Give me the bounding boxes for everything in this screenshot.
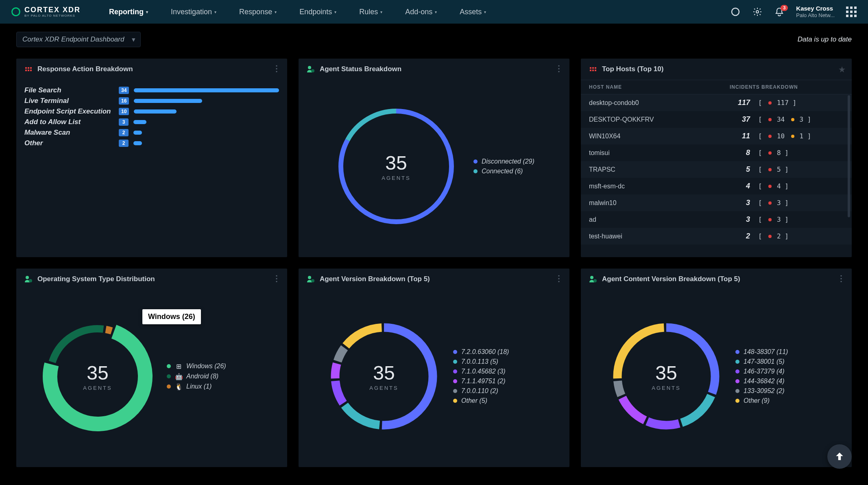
- host-row[interactable]: malwin103[ 3 ]: [581, 194, 852, 211]
- dashboard-selector[interactable]: Cortex XDR Endpoint Dashboard: [16, 32, 141, 47]
- agent-status-donut[interactable]: 35 AGENTS: [327, 97, 465, 236]
- host-breakdown: [ 34 3 ]: [758, 116, 844, 123]
- agent-icon: [307, 65, 315, 73]
- legend-item[interactable]: 🐧Linux (1): [167, 383, 226, 391]
- panel-menu-icon[interactable]: ⋮: [273, 64, 281, 72]
- nav-add-ons[interactable]: Add-ons▾: [405, 8, 437, 16]
- help-icon[interactable]: [730, 7, 741, 17]
- host-row[interactable]: DESKTOP-QOKKFRV37[ 34 3 ]: [581, 111, 852, 128]
- brand-logo[interactable]: CORTEX XDR BY PALO ALTO NETWORKS: [11, 6, 81, 17]
- legend-item[interactable]: 148-38307 (11): [735, 348, 788, 356]
- host-row[interactable]: ad3[ 3 ]: [581, 211, 852, 228]
- bar-row[interactable]: File Search34: [24, 86, 279, 94]
- legend-label: Windows (26): [186, 363, 226, 370]
- host-row[interactable]: tomisui8[ 8 ]: [581, 144, 852, 161]
- hosts-table-body[interactable]: desktop-condob0117[ 117 ]DESKTOP-QOKKFRV…: [581, 94, 852, 245]
- host-name: WIN10X64: [589, 133, 730, 140]
- favorite-icon[interactable]: ★: [839, 65, 845, 74]
- legend-item[interactable]: 7.1.0.45682 (3): [453, 368, 509, 375]
- svg-point-3: [311, 69, 314, 72]
- panel-menu-icon[interactable]: ⋮: [555, 274, 563, 282]
- sub-header: Cortex XDR Endpoint Dashboard Data is up…: [0, 24, 868, 50]
- hosts-icon: [589, 65, 597, 73]
- nav-assets[interactable]: Assets▾: [460, 8, 486, 16]
- legend-item[interactable]: 7.1.1.49751 (2): [453, 378, 509, 385]
- legend-item[interactable]: 133-30952 (2): [735, 387, 788, 395]
- host-row[interactable]: desktop-condob0117[ 117 ]: [581, 94, 852, 111]
- host-row[interactable]: msft-esm-dc4[ 4 ]: [581, 178, 852, 194]
- panel-menu-icon[interactable]: ⋮: [837, 274, 845, 282]
- legend-dot-icon: [167, 364, 171, 368]
- panel-content-version: Agent Content Version Breakdown (Top 5) …: [581, 269, 852, 467]
- bar-value: 2: [119, 129, 129, 136]
- legend-label: 7.1.1.49751 (2): [461, 378, 506, 385]
- bar-label: Other: [24, 139, 114, 147]
- chevron-down-icon: ▾: [275, 10, 277, 14]
- nav-reporting[interactable]: Reporting▾: [109, 8, 148, 16]
- host-row[interactable]: TRAPSC5[ 5 ]: [581, 161, 852, 178]
- nav-response[interactable]: Response▾: [239, 8, 277, 16]
- main-nav: Reporting▾Investigation▾Response▾Endpoin…: [109, 8, 726, 16]
- os-donut[interactable]: 35 AGENTS: [37, 315, 159, 437]
- bar-track: [133, 131, 279, 135]
- legend-item[interactable]: Connected (6): [473, 168, 534, 175]
- nav-endpoints[interactable]: Endpoints▾: [299, 8, 336, 16]
- legend-dot-icon: [735, 399, 739, 403]
- legend-label: Connected (6): [482, 168, 523, 175]
- hosts-table-header: HOST NAME INCIDENTS BREAKDOWN: [581, 80, 852, 94]
- legend-dot-icon: [453, 379, 457, 383]
- os-icon: ⊞: [175, 363, 182, 370]
- chevron-down-icon: ▾: [484, 10, 486, 14]
- legend-item[interactable]: ⊞Windows (26): [167, 363, 226, 370]
- scroll-top-fab[interactable]: [827, 444, 852, 469]
- legend-item[interactable]: Other (5): [453, 397, 509, 404]
- host-breakdown: [ 117 ]: [758, 99, 844, 107]
- bar-row[interactable]: Add to Allow List3: [24, 118, 279, 126]
- nav-investigation[interactable]: Investigation▾: [171, 8, 216, 16]
- bar-row[interactable]: Live Terminal16: [24, 97, 279, 105]
- panel-menu-icon[interactable]: ⋮: [273, 274, 281, 282]
- bar-row[interactable]: Endpoint Script Execution10: [24, 107, 279, 116]
- host-breakdown: [ 4 ]: [758, 182, 844, 190]
- notifications-icon[interactable]: 3: [774, 7, 785, 17]
- bar-row[interactable]: Malware Scan2: [24, 129, 279, 137]
- host-count: 11: [730, 132, 758, 140]
- legend-item[interactable]: 147-38001 (5): [735, 358, 788, 365]
- panel-title: Agent Version Breakdown (Top 5): [320, 275, 430, 283]
- legend-item[interactable]: 144-36842 (4): [735, 378, 788, 385]
- settings-icon[interactable]: [752, 7, 763, 17]
- legend-item[interactable]: 7.0.0.110 (2): [453, 387, 509, 395]
- bar-row[interactable]: Other2: [24, 139, 279, 147]
- host-row[interactable]: test-huawei2[ 2 ]: [581, 228, 852, 245]
- host-count: 37: [730, 115, 758, 124]
- legend-dot-icon: [167, 385, 171, 389]
- svg-point-11: [308, 276, 311, 279]
- panel-title: Response Action Breakdown: [37, 65, 133, 73]
- host-count: 2: [730, 232, 758, 240]
- panel-menu-icon[interactable]: ⋮: [555, 64, 563, 72]
- scrollbar[interactable]: [848, 95, 850, 217]
- donut-value: 35: [655, 362, 677, 384]
- legend-label: Android (8): [186, 373, 218, 380]
- legend-dot-icon: [167, 374, 171, 378]
- legend-item[interactable]: 7.2.0.63060 (18): [453, 348, 509, 356]
- donut-value: 35: [385, 152, 407, 174]
- host-name: tomisui: [589, 149, 730, 157]
- host-name: test-huawei: [589, 233, 730, 240]
- brand-subtitle: BY PALO ALTO NETWORKS: [24, 14, 81, 17]
- nav-rules[interactable]: Rules▾: [359, 8, 382, 16]
- data-status: Data is up to date: [798, 35, 852, 44]
- version-donut[interactable]: 35 AGENTS: [323, 315, 445, 437]
- legend-item[interactable]: 146-37379 (4): [735, 368, 788, 375]
- apps-icon[interactable]: [846, 7, 857, 17]
- content-donut[interactable]: 35 AGENTS: [605, 315, 727, 437]
- user-menu[interactable]: Kasey Cross Palo Alto Netw...: [796, 5, 835, 19]
- legend-item[interactable]: Other (9): [735, 397, 788, 404]
- legend-item[interactable]: 7.0.0.113 (5): [453, 358, 509, 365]
- chevron-down-icon: ▾: [334, 10, 336, 14]
- legend-item[interactable]: 🤖Android (8): [167, 373, 226, 380]
- legend-item[interactable]: Disconnected (29): [473, 158, 534, 165]
- host-breakdown: [ 10 1 ]: [758, 132, 844, 140]
- host-name: TRAPSC: [589, 166, 730, 173]
- host-row[interactable]: WIN10X6411[ 10 1 ]: [581, 128, 852, 144]
